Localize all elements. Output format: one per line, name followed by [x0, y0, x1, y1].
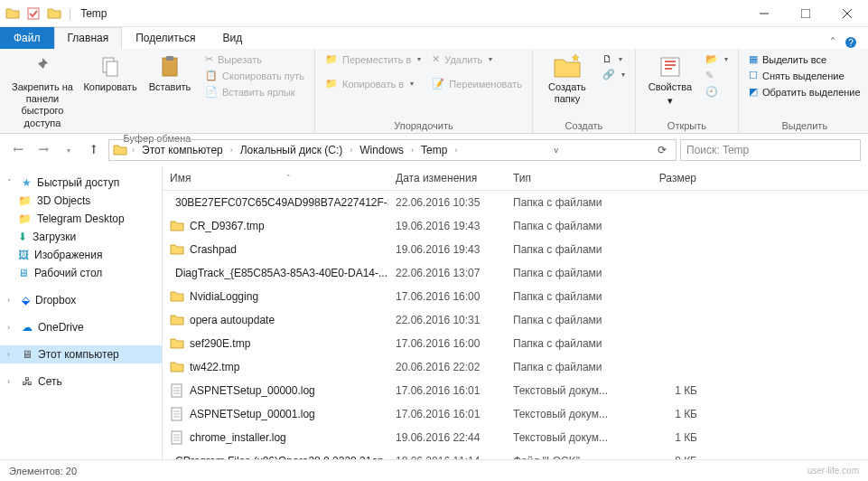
paste-shortcut-button[interactable]: 📄Вставить ярлык — [202, 85, 307, 99]
invert-selection-button[interactable]: ◩Обратить выделение — [746, 85, 863, 99]
properties-button[interactable]: Свойства ▾ — [643, 52, 697, 108]
sidebar-this-pc[interactable]: ›🖥Этот компьютер — [0, 345, 162, 363]
table-row[interactable]: Crashpad19.06.2016 19:43Папка с файлами — [163, 238, 868, 261]
delete-button[interactable]: ✕Удалить▾ — [429, 52, 525, 66]
sidebar-item-pictures[interactable]: 🖼Изображения — [0, 246, 162, 264]
maximize-button[interactable] — [785, 0, 826, 27]
group-open-label: Открыть — [643, 118, 731, 131]
file-list[interactable]: Имя˄ Дата изменения Тип Размер 30BE27EFC… — [163, 166, 868, 459]
tab-view[interactable]: Вид — [209, 27, 256, 49]
crumb-2[interactable]: Windows — [357, 142, 406, 158]
addr-dropdown-icon[interactable]: v — [548, 146, 564, 155]
back-button[interactable]: 🠔 — [7, 139, 29, 161]
up-button[interactable]: 🠕 — [83, 139, 105, 161]
paste-button[interactable]: Вставить — [143, 52, 197, 95]
copy-path-button[interactable]: 📋Скопировать путь — [202, 69, 307, 82]
recent-dropdown[interactable]: ▾ — [58, 139, 79, 161]
table-row[interactable]: NvidiaLogging17.06.2016 16:00Папка с фай… — [163, 285, 868, 308]
crumb-3[interactable]: Temp — [418, 142, 450, 158]
col-size[interactable]: Размер — [632, 166, 705, 190]
tab-home[interactable]: Главная — [54, 27, 123, 49]
table-row[interactable]: opera autoupdate22.06.2016 10:31Папка с … — [163, 308, 868, 332]
crumb-1[interactable]: Локальный диск (C:) — [238, 142, 346, 158]
group-new-label: Создать — [540, 118, 628, 131]
sidebar-onedrive[interactable]: ›☁OneDrive — [0, 318, 162, 336]
close-button[interactable] — [826, 0, 868, 27]
pin-label: Закрепить на панели быстрого доступа — [9, 81, 76, 129]
qat-checkbox-icon[interactable] — [27, 7, 40, 20]
table-row[interactable]: ASPNETSetup_00001.log17.06.2016 16:01Тек… — [163, 402, 868, 426]
invert-icon: ◩ — [749, 86, 758, 98]
column-headers: Имя˄ Дата изменения Тип Размер — [163, 166, 868, 191]
sidebar-quick-access[interactable]: ˅★Быстрый доступ — [0, 174, 162, 192]
sidebar-item-3d[interactable]: 📁3D Objects — [0, 192, 162, 210]
cell-name: sef290E.tmp — [163, 334, 388, 354]
col-type[interactable]: Тип — [506, 166, 632, 190]
forward-button[interactable]: 🠖 — [33, 139, 54, 161]
table-row[interactable]: tw422.tmp20.06.2016 22:02Папка с файлами — [163, 355, 868, 379]
table-row[interactable]: CR_D9367.tmp19.06.2016 19:43Папка с файл… — [163, 214, 868, 238]
star-icon: ★ — [22, 176, 32, 189]
table-row[interactable]: sef290E.tmp17.06.2016 16:00Папка с файла… — [163, 332, 868, 355]
cell-date: 18.06.2016 11:14 — [388, 452, 506, 459]
new-item-button[interactable]: 🗋▾ — [600, 52, 628, 65]
cell-date: 17.06.2016 16:00 — [388, 288, 506, 306]
easy-access-button[interactable]: 🔗▾ — [600, 68, 628, 81]
navigation-pane[interactable]: ˅★Быстрый доступ 📁3D Objects 📁Telegram D… — [0, 166, 163, 459]
sidebar-item-telegram[interactable]: 📁Telegram Desktop — [0, 210, 162, 228]
history-button[interactable]: 🕘 — [703, 85, 731, 99]
tab-share[interactable]: Поделиться — [122, 27, 209, 49]
tab-file[interactable]: Файл — [0, 27, 54, 49]
title-bar: | Temp — [0, 0, 868, 27]
cut-button[interactable]: ✂Вырезать — [202, 52, 307, 66]
pin-to-quick-access-button[interactable]: Закрепить на панели быстрого доступа — [7, 52, 78, 131]
collapse-ribbon-icon[interactable]: ˄ — [830, 36, 835, 49]
copy-button[interactable]: Копировать — [83, 52, 137, 95]
col-date[interactable]: Дата изменения — [388, 166, 506, 190]
chevron-right-icon[interactable]: › — [228, 144, 236, 156]
minimize-button[interactable] — [743, 0, 785, 27]
table-row[interactable]: CProgram Files (x86)Opera38.0.2220.31op.… — [163, 449, 868, 459]
table-row[interactable]: DiagTrack_{E85C85A3-85A3-40E0-DA14-...22… — [163, 261, 868, 285]
chevron-right-icon[interactable]: › — [452, 144, 460, 156]
watermark: user-life.com — [807, 466, 859, 476]
select-none-button[interactable]: ☐Снять выделение — [746, 69, 863, 82]
address-bar[interactable]: › Этот компьютер › Локальный диск (C:) ›… — [108, 139, 677, 161]
cell-type: Текстовый докум... — [506, 429, 632, 447]
chevron-right-icon[interactable]: › — [408, 144, 416, 156]
chevron-right-icon[interactable]: › — [347, 144, 355, 156]
col-name[interactable]: Имя˄ — [163, 166, 388, 190]
table-row[interactable]: ASPNETSetup_00000.log17.06.2016 16:01Тек… — [163, 379, 868, 402]
cell-type: Текстовый докум... — [506, 382, 632, 400]
sidebar-dropbox[interactable]: ›⬙Dropbox — [0, 291, 162, 309]
group-organize-label: Упорядочить — [322, 118, 525, 131]
window-title: Temp — [71, 7, 107, 20]
search-box[interactable]: Поиск: Temp — [680, 139, 861, 161]
new-folder-button[interactable]: Создать папку — [540, 52, 594, 107]
scissors-icon: ✂ — [205, 53, 213, 65]
open-button[interactable]: 📂▾ — [703, 52, 731, 66]
edit-button[interactable]: ✎ — [703, 69, 731, 82]
table-row[interactable]: 30BE27EFC07C65C49AD998B7A227412F-S...22.… — [163, 191, 868, 214]
new-folder-label: Создать папку — [542, 81, 593, 105]
copyto-icon: 📁 — [325, 78, 338, 90]
copy-to-button[interactable]: 📁Копировать в▾ — [322, 77, 424, 90]
rename-button[interactable]: 📝Переименовать — [429, 77, 525, 90]
select-all-button[interactable]: ▦Выделить все — [746, 52, 863, 66]
crumb-0[interactable]: Этот компьютер — [139, 142, 226, 158]
cell-size — [632, 223, 705, 229]
cell-name: CProgram Files (x86)Opera38.0.2220.31op.… — [163, 451, 388, 459]
table-row[interactable]: chrome_installer.log19.06.2016 22:44Текс… — [163, 426, 868, 449]
open-icon: 📂 — [705, 53, 718, 65]
onedrive-icon: ☁ — [22, 321, 33, 334]
refresh-icon[interactable]: ⟳ — [652, 144, 672, 156]
chevron-right-icon[interactable]: › — [129, 144, 137, 156]
cell-size — [632, 317, 705, 323]
folder-icon-small — [47, 6, 61, 21]
sidebar-item-downloads[interactable]: ⬇Загрузки — [0, 228, 162, 246]
sidebar-item-desktop[interactable]: 🖥Рабочий стол — [0, 264, 162, 282]
move-to-button[interactable]: 📁Переместить в▾ — [322, 52, 424, 66]
group-select: ▦Выделить все ☐Снять выделение ◩Обратить… — [739, 49, 868, 133]
help-icon[interactable]: ? — [845, 36, 857, 49]
sidebar-network[interactable]: ›🖧Сеть — [0, 373, 162, 391]
